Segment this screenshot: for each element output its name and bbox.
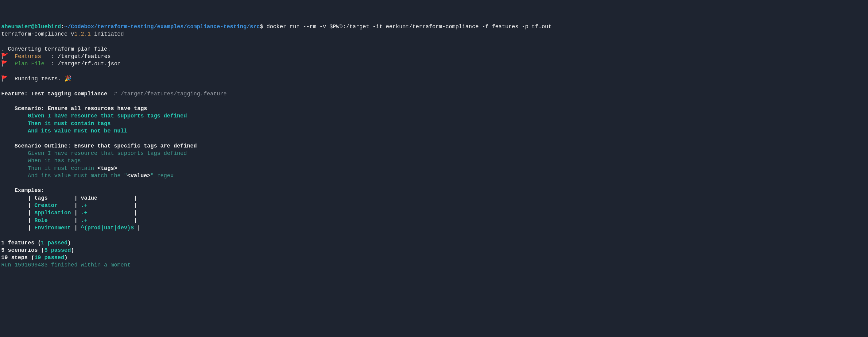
table-cell-value: .+ — [81, 202, 88, 208]
prompt-colon: : — [61, 24, 64, 30]
table-pipe: | — [1, 225, 34, 231]
running-tests: Running tests. — [8, 76, 64, 82]
step-line: Given I have resource that supports tags… — [1, 113, 187, 119]
table-cell-tag: Application — [34, 210, 71, 216]
summary-steps-passed: 19 passed — [34, 255, 64, 261]
command-text: docker run --rm -v $PWD:/target -it eerk… — [263, 24, 552, 30]
summary-steps: 19 steps ( — [1, 255, 34, 261]
features-label: Features — [8, 53, 41, 60]
plan-path: /target/tf.out.json — [58, 61, 121, 67]
table-cell-value: .+ — [81, 217, 88, 224]
table-pipe: | — [1, 202, 34, 208]
table-cell-tag: Environment — [34, 225, 71, 231]
summary-close: ) — [64, 255, 67, 261]
init-version: 1.2.1 — [74, 31, 91, 37]
init-suffix: initiated — [91, 31, 124, 37]
table-pipe: | — [71, 210, 81, 216]
table-header-value: value — [81, 195, 97, 201]
table-pipe: | — [48, 195, 81, 201]
table-cell-tag: Creator — [34, 202, 58, 208]
init-prefix: terraform-compliance v — [1, 31, 74, 37]
summary-close: ) — [67, 240, 71, 246]
flag-icon: 🚩 — [1, 53, 8, 60]
table-pipe: | — [1, 217, 34, 224]
convert-line: . Converting terraform plan file. — [1, 46, 111, 52]
summary-close: ) — [71, 247, 74, 253]
terminal-output: aheumaier@bluebird:~/Codebox/terraform-t… — [1, 23, 867, 269]
table-pipe: | — [58, 202, 81, 208]
party-icon: 🎉 — [64, 76, 71, 82]
feature-keyword: Feature: — [1, 91, 31, 97]
table-pipe: | — [71, 225, 81, 231]
prompt-dollar: $ — [260, 24, 264, 30]
value-placeholder: <value> — [127, 173, 150, 179]
feature-comment: # /target/features/tagging.feature — [107, 91, 227, 97]
prompt-path: ~/Codebox/terraform-testing/examples/com… — [64, 24, 260, 30]
step-line: When it has tags — [1, 158, 81, 164]
table-cell-value: .+ — [81, 210, 88, 216]
table-pipe: | — [88, 217, 137, 224]
scenario-title: Ensure all resources have tags — [48, 105, 147, 112]
flag-icon: 🚩 — [1, 76, 8, 82]
table-pipe: | — [48, 217, 81, 224]
step-line: Then it must contain — [1, 165, 97, 171]
table-pipe: | — [88, 210, 137, 216]
flag-icon: 🚩 — [1, 61, 8, 67]
plan-sep: : — [44, 61, 58, 67]
scenario-outline-title: Ensure that specific tags are defined — [74, 143, 197, 149]
table-cell-tag: Role — [34, 217, 48, 224]
table-pipe: | — [88, 202, 137, 208]
scenario-outline-keyword: Scenario Outline: — [1, 143, 74, 149]
prompt-user: aheumaier@bluebird — [1, 24, 61, 30]
table-pipe: | — [1, 195, 34, 201]
table-pipe: | — [97, 195, 137, 201]
table-pipe: | — [134, 225, 141, 231]
summary-features-passed: 1 passed — [41, 240, 67, 246]
summary-features: 1 features ( — [1, 240, 41, 246]
feature-title: Test tagging compliance — [31, 91, 107, 97]
examples-keyword: Examples: — [1, 188, 44, 194]
plan-label: Plan File — [8, 61, 44, 67]
table-pipe: | — [1, 210, 34, 216]
step-line: And its value must match the " — [1, 173, 127, 179]
step-line: Given I have resource that supports tags… — [1, 150, 187, 157]
table-cell-value: ^(prod|uat|dev)$ — [81, 225, 134, 231]
table-header-tags: tags — [34, 195, 48, 201]
features-path: /target/features — [58, 53, 111, 60]
step-line: And its value must not be null — [1, 128, 127, 134]
features-sep: : — [41, 53, 58, 60]
summary-scenarios-passed: 5 passed — [44, 247, 71, 253]
run-finished-line: Run 1591699483 finished within a moment — [1, 262, 130, 268]
step-line: Then it must contain tags — [1, 121, 111, 127]
scenario-keyword: Scenario: — [1, 105, 48, 112]
tags-placeholder: <tags> — [97, 165, 117, 171]
summary-scenarios: 5 scenarios ( — [1, 247, 44, 253]
step-line-end: " regex — [150, 173, 174, 179]
